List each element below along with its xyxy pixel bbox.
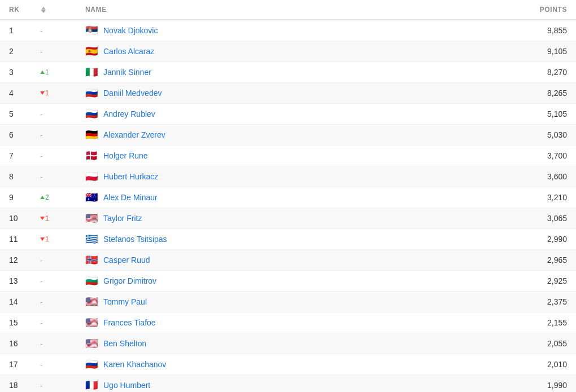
table-row[interactable]: 101🇺🇸Taylor Fritz3,065	[0, 208, 576, 229]
cell-rank: 9	[9, 193, 40, 202]
cell-rank: 6	[9, 130, 40, 139]
player-name[interactable]: Alexander Zverev	[103, 130, 165, 139]
table-row[interactable]: 2-🇪🇸Carlos Alcaraz9,105	[0, 41, 576, 62]
player-name[interactable]: Novak Djokovic	[103, 26, 158, 35]
table-row[interactable]: 6-🇩🇪Alexander Zverev5,030	[0, 125, 576, 146]
cell-name: 🇷🇺Karen Khachanov	[85, 360, 499, 369]
player-name[interactable]: Frances Tiafoe	[103, 318, 156, 327]
change-dash: -	[40, 340, 42, 348]
cell-name: 🇪🇸Carlos Alcaraz	[85, 47, 499, 56]
table-row[interactable]: 1-🇷🇸Novak Djokovic9,855	[0, 20, 576, 41]
cell-points: 2,010	[499, 360, 567, 369]
change-down: 1	[40, 89, 49, 97]
cell-name: 🇧🇬Grigor Dimitrov	[85, 276, 499, 285]
cell-change: -	[40, 381, 85, 390]
player-name[interactable]: Taylor Fritz	[103, 214, 142, 223]
table-row[interactable]: 5-🇷🇺Andrey Rublev5,105	[0, 104, 576, 125]
header-sort[interactable]	[40, 6, 85, 14]
table-row[interactable]: 13-🇧🇬Grigor Dimitrov2,925	[0, 271, 576, 292]
cell-change: 2	[40, 193, 85, 201]
player-name[interactable]: Grigor Dimitrov	[103, 276, 156, 285]
cell-points: 3,700	[499, 151, 567, 160]
player-name[interactable]: Alex De Minaur	[103, 193, 158, 202]
cell-points: 3,600	[499, 172, 567, 181]
player-name[interactable]: Karen Khachanov	[103, 360, 166, 369]
cell-change: -	[40, 256, 85, 265]
cell-points: 5,030	[499, 130, 567, 139]
table-row[interactable]: 31🇮🇹Jannik Sinner8,270	[0, 62, 576, 83]
cell-change: -	[40, 340, 85, 348]
arrow-down-icon	[40, 91, 45, 95]
cell-name: 🇩🇪Alexander Zverev	[85, 130, 499, 139]
cell-points: 2,375	[499, 297, 567, 306]
player-name[interactable]: Andrey Rublev	[103, 109, 155, 118]
change-dash: -	[40, 173, 42, 181]
player-name[interactable]: Hubert Hurkacz	[103, 172, 158, 181]
cell-change: -	[40, 110, 85, 118]
change-down: 1	[40, 214, 49, 222]
table-row[interactable]: 8-🇵🇱Hubert Hurkacz3,600	[0, 166, 576, 187]
change-dash: -	[40, 360, 42, 369]
table-row[interactable]: 111🇬🇷Stefanos Tsitsipas2,990	[0, 229, 576, 250]
player-name[interactable]: Carlos Alcaraz	[103, 47, 154, 56]
player-flag: 🇺🇸	[85, 214, 98, 223]
table-row[interactable]: 18-🇫🇷Ugo Humbert1,990	[0, 375, 576, 392]
cell-change: 1	[40, 214, 85, 222]
cell-points: 1,990	[499, 381, 567, 390]
cell-rank: 12	[9, 256, 40, 265]
cell-name: 🇮🇹Jannik Sinner	[85, 68, 499, 77]
cell-name: 🇷🇺Daniil Medvedev	[85, 89, 499, 98]
cell-change: -	[40, 319, 85, 327]
cell-change: 1	[40, 89, 85, 97]
cell-change: -	[40, 47, 85, 56]
rankings-table: RK NAME POINTS 1-🇷🇸Novak Djokovic9,8552-…	[0, 0, 576, 392]
player-name[interactable]: Ben Shelton	[103, 339, 146, 348]
player-name[interactable]: Stefanos Tsitsipas	[103, 235, 167, 244]
cell-name: 🇺🇸Tommy Paul	[85, 297, 499, 306]
player-flag: 🇫🇷	[85, 381, 98, 390]
cell-name: 🇳🇴Casper Ruud	[85, 256, 499, 265]
cell-change: -	[40, 152, 85, 160]
cell-change: -	[40, 360, 85, 369]
arrow-up-icon	[40, 71, 45, 74]
player-name[interactable]: Ugo Humbert	[103, 381, 150, 390]
cell-change: -	[40, 27, 85, 35]
cell-rank: 3	[9, 68, 40, 77]
sort-down-icon	[41, 10, 46, 13]
table-row[interactable]: 92🇦🇺Alex De Minaur3,210	[0, 187, 576, 208]
table-row[interactable]: 41🇷🇺Daniil Medvedev8,265	[0, 83, 576, 104]
player-flag: 🇺🇸	[85, 340, 98, 348]
change-number: 1	[45, 68, 49, 76]
change-dash: -	[40, 47, 42, 56]
table-row[interactable]: 12-🇳🇴Casper Ruud2,965	[0, 250, 576, 271]
table-row[interactable]: 7-🇩🇰Holger Rune3,700	[0, 146, 576, 166]
table-row[interactable]: 15-🇺🇸Frances Tiafoe2,155	[0, 312, 576, 333]
player-name[interactable]: Holger Rune	[103, 151, 148, 160]
player-name[interactable]: Daniil Medvedev	[103, 89, 162, 98]
header-rank: RK	[9, 6, 40, 14]
cell-rank: 5	[9, 109, 40, 118]
player-flag: 🇳🇴	[85, 256, 98, 265]
header-points: POINTS	[499, 6, 567, 14]
cell-change: 1	[40, 68, 85, 76]
player-flag: 🇷🇸	[85, 27, 98, 35]
player-name[interactable]: Casper Ruud	[103, 256, 150, 265]
cell-change: 1	[40, 235, 85, 243]
table-row[interactable]: 14-🇺🇸Tommy Paul2,375	[0, 292, 576, 312]
cell-points: 8,265	[499, 89, 567, 98]
cell-rank: 8	[9, 172, 40, 181]
cell-rank: 15	[9, 318, 40, 327]
player-flag: 🇷🇺	[85, 360, 98, 369]
player-flag: 🇮🇹	[85, 68, 98, 77]
table-row[interactable]: 16-🇺🇸Ben Shelton2,055	[0, 333, 576, 354]
change-dash: -	[40, 27, 42, 35]
player-name[interactable]: Tommy Paul	[103, 297, 147, 306]
arrow-up-icon	[40, 196, 45, 199]
cell-name: 🇺🇸Frances Tiafoe	[85, 318, 499, 327]
cell-name: 🇷🇺Andrey Rublev	[85, 109, 499, 118]
change-dash: -	[40, 319, 42, 327]
table-row[interactable]: 17-🇷🇺Karen Khachanov2,010	[0, 354, 576, 375]
cell-rank: 7	[9, 151, 40, 160]
player-name[interactable]: Jannik Sinner	[103, 68, 151, 77]
change-number: 1	[45, 235, 49, 243]
